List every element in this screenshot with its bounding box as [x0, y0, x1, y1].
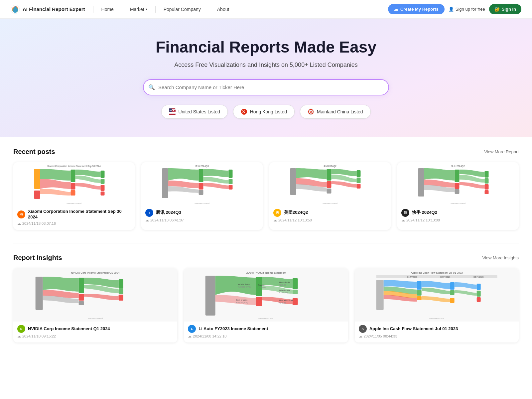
svg-rect-32	[229, 185, 233, 190]
svg-rect-60	[119, 295, 123, 301]
liauto-chart: Li Auto FY2023 Income Statement	[184, 268, 348, 322]
tencent-logo: T	[145, 209, 153, 217]
svg-text:NVIDIA Corp Income Statement Q: NVIDIA Corp Income Statement Q1 2024	[71, 271, 120, 274]
svg-rect-41	[357, 184, 361, 189]
post-card-tencent[interactable]: 腾讯 2024Q3 www.papermoney.ai	[141, 162, 263, 230]
svg-rect-22	[101, 185, 105, 191]
view-more-reports[interactable]: View More Report	[484, 149, 519, 154]
svg-rect-5	[169, 113, 176, 114]
signin-button[interactable]: 🔐 Sign In	[489, 4, 521, 14]
svg-rect-35	[290, 168, 296, 195]
svg-rect-90	[417, 296, 421, 300]
search-wrapper: 🔍	[143, 79, 389, 95]
us-listed-button[interactable]: ★★★ United States Listed	[161, 105, 227, 119]
nav-divider-1	[93, 6, 93, 13]
cn-listed-button[interactable]: Mainland China Listed	[300, 105, 371, 119]
svg-rect-58	[119, 279, 123, 289]
svg-text:¥963.50 (81%): ¥963.50 (81%)	[236, 302, 248, 304]
svg-text:快手 2024Q2: 快手 2024Q2	[451, 165, 465, 168]
svg-text:www.papermoney.ai: www.papermoney.ai	[323, 202, 337, 204]
nav-home[interactable]: Home	[101, 7, 114, 12]
insight-card-nvidia[interactable]: NVIDIA Corp Income Statement Q1 2024 www…	[13, 268, 177, 342]
hero-title: Financial Reports Made Easy	[156, 39, 376, 56]
svg-rect-65	[256, 297, 262, 306]
svg-rect-51	[485, 190, 489, 194]
insights-grid: NVIDIA Corp Income Statement Q1 2024 www…	[13, 268, 519, 342]
apple-company: A Apple Inc Cash Flow Statement Jul 01 2…	[359, 325, 515, 333]
svg-text:Q2 FY2023: Q2 FY2023	[440, 276, 450, 278]
cn-flag-icon	[308, 108, 314, 115]
svg-rect-87	[376, 280, 383, 310]
tencent-chart: 腾讯 2024Q3 www.papermoney.ai	[141, 162, 263, 205]
svg-rect-37	[327, 181, 332, 188]
svg-text:¥2.02(1%): ¥2.02(1%)	[279, 292, 288, 294]
insights-header: Report Insights View More Insights	[13, 254, 519, 262]
post-card-meituan[interactable]: 美团2024Q2 www.papermoney.ai	[269, 162, 391, 230]
svg-text:Q3 FY2023: Q3 FY2023	[473, 276, 483, 278]
svg-rect-26	[162, 168, 168, 198]
svg-text:www.papermoney.ai: www.papermoney.ai	[429, 317, 444, 319]
navbar-right: ☁ Create My Reports 👤 Sign up for free 🔐…	[388, 4, 521, 14]
tencent-date: ☁ 2024/11/13 06:41:07	[145, 218, 259, 222]
liauto-company: L Li Auto FY2023 Income Statement	[188, 325, 344, 333]
view-more-insights[interactable]: View More Insights	[482, 255, 519, 260]
nav-popular-company[interactable]: Popular Company	[164, 7, 201, 12]
svg-rect-56	[79, 294, 84, 301]
post-card-kuaishou[interactable]: 快手 2024Q2 www.papermoney.ai	[397, 162, 519, 230]
svg-rect-23	[101, 192, 105, 196]
cloud-date-icon-4: ☁	[401, 218, 405, 222]
create-reports-button[interactable]: ☁ Create My Reports	[388, 4, 445, 14]
hero-subtitle: Access Free Visualizations and Insights …	[174, 62, 358, 68]
hero-section: Financial Reports Made Easy Access Free …	[0, 19, 532, 137]
svg-rect-66	[293, 278, 298, 289]
search-input[interactable]	[143, 79, 389, 95]
nvidia-info: N NVIDIA Corp Income Statement Q1 2024 ☁…	[13, 322, 177, 342]
svg-rect-39	[357, 170, 361, 177]
cloud-insight-icon-3: ☁	[359, 334, 362, 338]
nav-about[interactable]: About	[217, 7, 229, 12]
svg-rect-96	[476, 297, 480, 302]
svg-rect-17	[71, 170, 75, 182]
svg-text:Q1 FY2023: Q1 FY2023	[407, 276, 417, 278]
kuaishou-info: 快 快手 2024Q2 ☁ 2024/11/12 10:13:08	[397, 205, 519, 226]
svg-rect-91	[450, 282, 454, 290]
nvidia-date: ☁ 2024/11/10 09:15:22	[17, 334, 173, 338]
svg-rect-57	[79, 301, 84, 305]
svg-rect-44	[418, 168, 424, 197]
apple-insight-name: Apple Inc Cash Flow Statement Jul 01 202…	[369, 326, 458, 331]
cloud-date-icon: ☁	[17, 221, 21, 226]
user-icon: 👤	[449, 7, 454, 12]
svg-rect-16	[34, 191, 40, 199]
svg-rect-27	[199, 169, 203, 182]
main-content: Recent posts View More Report Xiaomi Cor…	[0, 137, 532, 353]
svg-rect-88	[417, 281, 421, 290]
svg-text:★★★: ★★★	[169, 109, 174, 111]
insight-card-liauto[interactable]: Li Auto FY2023 Income Statement	[184, 268, 348, 342]
xiaomi-info: MI Xiaomi Corporation Income Statement S…	[13, 205, 135, 230]
svg-text:www.papermoney.ai: www.papermoney.ai	[451, 202, 466, 204]
signup-button[interactable]: 👤 Sign up for free	[449, 7, 485, 12]
us-listed-label: United States Listed	[178, 109, 220, 114]
nav-market[interactable]: Market ▾	[130, 7, 147, 12]
cloud-insight-icon-1: ☁	[17, 334, 21, 338]
svg-rect-63	[205, 276, 215, 316]
hk-listed-label: Hong Kong Listed	[250, 109, 287, 114]
recent-posts-title: Recent posts	[13, 148, 55, 156]
tencent-post-name: 腾讯 2024Q3	[156, 210, 181, 215]
meituan-info: 美 美团2024Q2 ☁ 2024/11/12 10:13:50	[269, 205, 391, 226]
insight-card-apple[interactable]: Apple Inc Cash Flow Statement Jul 01 202…	[355, 268, 519, 342]
hk-listed-button[interactable]: ✕ Hong Kong Listed	[233, 105, 295, 119]
posts-grid: Xiaomi Corporation Income Statement Sep …	[13, 162, 519, 230]
logo[interactable]: AI Financial Report Expert	[11, 5, 85, 14]
svg-rect-4	[169, 112, 176, 113]
svg-point-13	[311, 111, 312, 112]
post-card-xiaomi[interactable]: Xiaomi Corporation Income Statement Sep …	[13, 162, 135, 230]
xiaomi-company: MI Xiaomi Corporation Income Statement S…	[17, 209, 131, 220]
svg-text:腾讯 2024Q3: 腾讯 2024Q3	[195, 165, 209, 168]
signin-icon: 🔐	[494, 7, 500, 12]
svg-text:¥1238.55↑: ¥1238.55↑	[258, 287, 266, 289]
liauto-insight-name: Li Auto FY2023 Income Statement	[199, 326, 268, 331]
tencent-company: T 腾讯 2024Q3	[145, 209, 259, 217]
svg-text:Apple Inc Cash Flow Statement : Apple Inc Cash Flow Statement Jul 01 202…	[411, 271, 463, 274]
svg-rect-15	[34, 169, 40, 189]
